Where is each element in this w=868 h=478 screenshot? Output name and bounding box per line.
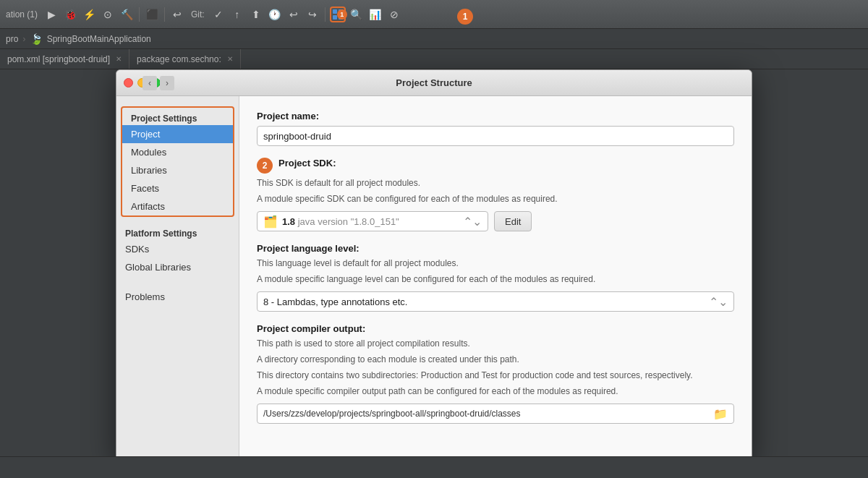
profile-btn[interactable]: ⊙ xyxy=(100,7,116,22)
sdk-desc2: A module specific SDK can be configured … xyxy=(257,192,734,205)
dialog-body: Project Settings Project Modules Librari… xyxy=(116,96,752,459)
breadcrumb-sep: › xyxy=(22,33,25,44)
compiler-folder-btn[interactable]: 📁 xyxy=(713,407,728,421)
svg-rect-0 xyxy=(333,9,337,14)
sdk-select-text: 1.8 java version "1.8.0_151" xyxy=(282,216,459,227)
git-redo-btn[interactable]: ↪ xyxy=(305,7,320,22)
toolbar: ation (1) ▶ 🐞 ⚡ ⊙ 🔨 ⬛ ↩ Git: ✓ ↑ ⬆ 🕐 ↩ ↪… xyxy=(0,0,868,29)
dialog-nav: ‹ › xyxy=(142,76,174,90)
debug-btn[interactable]: 🐞 xyxy=(62,7,78,22)
sdk-spinner-icon: ⌃⌄ xyxy=(463,215,482,229)
toolbar-annotation-1: 1 xyxy=(457,9,473,25)
sidebar-item-global-libraries[interactable]: Global Libraries xyxy=(116,258,239,276)
sidebar-item-problems[interactable]: Problems xyxy=(116,288,239,306)
lang-level-text: 8 - Lambdas, type annotations etc. xyxy=(263,296,705,307)
project-name-label: Project name: xyxy=(257,111,734,121)
tab-package-close[interactable]: ✕ xyxy=(227,55,233,63)
project-settings-box: Project Settings Project Modules Librari… xyxy=(121,106,234,217)
lang-desc2: A module specific language level can be … xyxy=(257,273,734,286)
tab-package[interactable]: package com.sechno: ✕ xyxy=(129,49,241,69)
sdk-select[interactable]: 🗂️ 1.8 java version "1.8.0_151" ⌃⌄ xyxy=(257,211,488,231)
stop-btn[interactable]: ⬛ xyxy=(144,7,160,22)
bottom-bar xyxy=(0,456,868,478)
sdk-row: 🗂️ 1.8 java version "1.8.0_151" ⌃⌄ Edit xyxy=(257,211,734,231)
git-label: Git: xyxy=(191,9,205,20)
dialog-titlebar: ‹ › Project Structure xyxy=(116,70,752,96)
project-structure-btn-wrap: 1 xyxy=(330,7,346,22)
compiler-desc4: A module specific compiler output path c… xyxy=(257,385,734,398)
run-btn[interactable]: ▶ xyxy=(43,7,59,22)
language-select[interactable]: 8 - Lambdas, type annotations etc. ⌃⌄ xyxy=(257,291,734,312)
sidebar-item-facets[interactable]: Facets xyxy=(122,179,233,197)
sdk-folder-icon: 🗂️ xyxy=(263,215,278,229)
lang-spinner-icon: ⌃⌄ xyxy=(709,295,728,309)
tab-package-label: package com.sechno: xyxy=(137,54,221,64)
search-btn[interactable]: 🔍 xyxy=(349,7,365,22)
sidebar-item-artifacts[interactable]: Artifacts xyxy=(122,197,233,215)
lang-desc1: This language level is default for all p… xyxy=(257,257,734,270)
tab-bar: pom.xml [springboot-druid] ✕ package com… xyxy=(0,49,868,69)
project-sdk-label: Project SDK: xyxy=(278,158,336,168)
sidebar-item-sdks[interactable]: SDKs xyxy=(116,240,239,258)
compiler-output-field: /Users/zzs/develop/projects/springboot-a… xyxy=(257,404,734,424)
app-label: ation (1) xyxy=(6,9,38,20)
project-settings-label: Project Settings xyxy=(122,111,233,125)
project-name-input[interactable] xyxy=(257,126,734,146)
build-btn[interactable]: 🔨 xyxy=(119,7,135,22)
nav-back-btn[interactable]: ‹ xyxy=(142,76,157,90)
main-content: Project name: 2 Project SDK: This SDK is… xyxy=(239,96,752,459)
project-structure-badge: 1 xyxy=(337,9,347,20)
dialog-overlay: ‹ › Project Structure Project Settings P… xyxy=(0,69,868,460)
sdk-edit-btn[interactable]: Edit xyxy=(494,211,532,231)
revert-btn[interactable]: ↩ xyxy=(169,7,185,22)
git-undo-btn[interactable]: ↩ xyxy=(286,7,302,22)
sep2 xyxy=(164,7,165,22)
file-icon: 🍃 xyxy=(30,33,43,45)
tab-pom[interactable]: pom.xml [springboot-druid] ✕ xyxy=(0,49,129,69)
stats-btn[interactable]: 📊 xyxy=(367,7,383,22)
dialog-title: Project Structure xyxy=(396,77,472,88)
svg-rect-2 xyxy=(333,15,337,20)
sidebar-item-project[interactable]: Project xyxy=(122,125,233,143)
sep3 xyxy=(325,7,326,22)
git-update-btn[interactable]: ↑ xyxy=(229,7,245,22)
sdk-version: 1.8 xyxy=(282,216,298,227)
sep1 xyxy=(139,7,140,22)
nav-forward-btn[interactable]: › xyxy=(160,76,174,90)
platform-settings-label: Platform Settings xyxy=(116,223,239,240)
sidebar-item-libraries[interactable]: Libraries xyxy=(122,161,233,179)
power-btn[interactable]: ⊘ xyxy=(386,7,402,22)
compiler-desc3: This directory contains two subdirectori… xyxy=(257,369,734,382)
tab-pom-label: pom.xml [springboot-druid] xyxy=(7,54,110,64)
project-lang-label: Project language level: xyxy=(257,243,734,254)
breadcrumb-project[interactable]: pro xyxy=(6,34,18,44)
sdk-desc1: This SDK is default for all project modu… xyxy=(257,176,734,189)
sidebar-item-modules[interactable]: Modules xyxy=(122,143,233,161)
git-check-btn[interactable]: ✓ xyxy=(210,7,226,22)
sdk-desc: java version "1.8.0_151" xyxy=(298,216,399,227)
sidebar: Project Settings Project Modules Librari… xyxy=(116,96,239,459)
compiler-desc1: This path is used to store all project c… xyxy=(257,337,734,350)
git-push-btn[interactable]: ⬆ xyxy=(248,7,264,22)
compiler-desc2: A directory corresponding to each module… xyxy=(257,353,734,366)
compiler-output-label: Project compiler output: xyxy=(257,323,734,334)
close-btn[interactable] xyxy=(124,78,133,88)
breadcrumb-file[interactable]: SpringBootMainApplication xyxy=(47,34,151,44)
annotation-2: 2 xyxy=(257,158,273,174)
coverage-btn[interactable]: ⚡ xyxy=(81,7,97,22)
compiler-output-path[interactable]: /Users/zzs/develop/projects/springboot-a… xyxy=(263,409,709,419)
project-structure-dialog: ‹ › Project Structure Project Settings P… xyxy=(116,69,752,460)
git-history-btn[interactable]: 🕐 xyxy=(267,7,283,22)
tab-pom-close[interactable]: ✕ xyxy=(116,55,122,63)
breadcrumb-bar: pro › 🍃 SpringBootMainApplication xyxy=(0,29,868,49)
